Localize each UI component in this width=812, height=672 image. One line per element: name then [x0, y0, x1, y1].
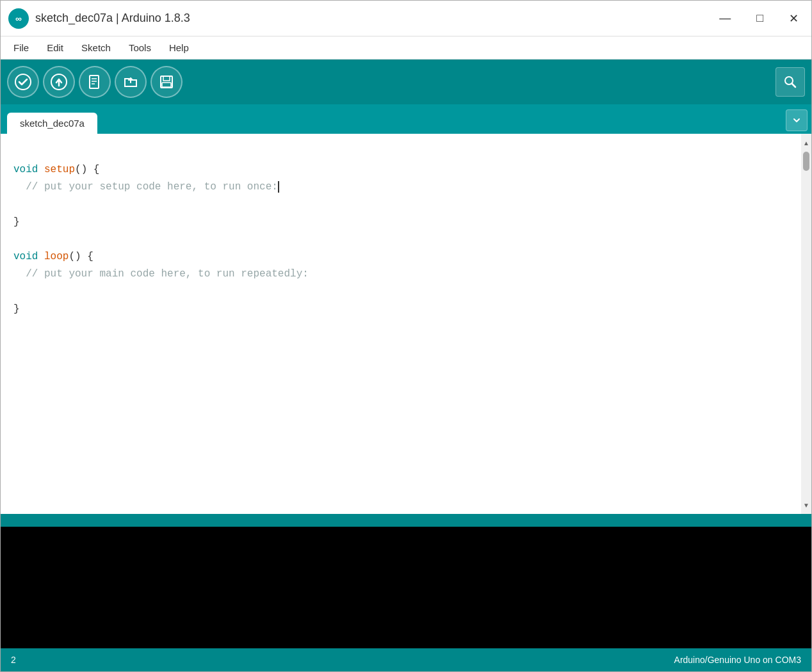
checkmark-icon — [15, 74, 31, 90]
tab-sketch[interactable]: sketch_dec07a — [7, 113, 97, 134]
verify-button[interactable] — [7, 66, 39, 98]
menu-tools[interactable]: Tools — [121, 40, 159, 56]
minimize-button[interactable]: — — [714, 9, 736, 28]
save-icon — [158, 74, 175, 90]
status-bar: 2 Arduino/Genuino Uno on COM3 — [1, 648, 811, 671]
blank-line-2 — [13, 234, 20, 245]
upload-button[interactable] — [43, 66, 75, 98]
keyword-void-setup: void — [13, 164, 38, 175]
svg-point-0 — [15, 74, 31, 90]
window-controls: — □ ✕ — [714, 9, 804, 28]
blank-line-3 — [13, 286, 20, 298]
code-editor[interactable]: void setup() { // put your setup code he… — [1, 134, 801, 514]
editor-area: void setup() { // put your setup code he… — [1, 134, 811, 514]
close-button[interactable]: ✕ — [784, 9, 804, 28]
new-button[interactable] — [79, 66, 111, 98]
menu-edit[interactable]: Edit — [39, 40, 71, 56]
brace-close-loop: } — [13, 303, 20, 315]
console-bar — [1, 514, 811, 527]
open-icon — [122, 74, 139, 90]
open-button[interactable] — [115, 66, 147, 98]
brace-close-setup: } — [13, 216, 20, 228]
window-title: sketch_dec07a | Arduino 1.8.3 — [35, 12, 190, 25]
svg-line-11 — [792, 84, 796, 88]
comment-loop: // put your main code here, to run repea… — [26, 268, 309, 280]
new-icon — [86, 74, 103, 90]
title-bar-left: ∞ sketch_dec07a | Arduino 1.8.3 — [8, 8, 190, 29]
tab-dropdown-button[interactable] — [786, 109, 808, 131]
toolbar — [1, 60, 811, 104]
menu-bar: File Edit Sketch Tools Help — [1, 36, 811, 60]
upload-icon — [51, 74, 67, 90]
comment-setup: // put your setup code here, to run once… — [26, 181, 278, 193]
save-button[interactable] — [150, 66, 183, 98]
arduino-logo: ∞ — [8, 8, 29, 29]
title-bar: ∞ sketch_dec07a | Arduino 1.8.3 — □ ✕ — [1, 1, 811, 36]
blank-line-1 — [13, 199, 20, 211]
menu-file[interactable]: File — [6, 40, 37, 56]
chevron-down-icon — [792, 116, 801, 125]
search-icon — [783, 75, 797, 89]
menu-help[interactable]: Help — [161, 40, 197, 56]
logo-symbol: ∞ — [15, 13, 22, 24]
svg-rect-8 — [163, 76, 170, 81]
console-area — [1, 527, 811, 648]
line-number: 2 — [11, 655, 16, 665]
scroll-track — [801, 173, 811, 499]
main-window: ∞ sketch_dec07a | Arduino 1.8.3 — □ ✕ Fi… — [0, 0, 812, 672]
scrollbar-vertical[interactable]: ▲ ▼ — [801, 134, 811, 514]
keyword-void-loop: void — [13, 251, 38, 262]
search-button[interactable] — [775, 67, 805, 97]
maximize-button[interactable]: □ — [751, 9, 768, 28]
keyword-loop: loop — [44, 251, 69, 262]
svg-rect-9 — [162, 83, 171, 87]
cursor: ​ — [278, 181, 279, 193]
keyword-setup: setup — [44, 164, 75, 175]
tab-bar: sketch_dec07a — [1, 104, 811, 134]
board-info: Arduino/Genuino Uno on COM3 — [674, 655, 801, 665]
scroll-down-arrow[interactable]: ▼ — [801, 499, 811, 511]
menu-sketch[interactable]: Sketch — [74, 40, 118, 56]
scroll-thumb[interactable] — [803, 152, 809, 171]
svg-rect-3 — [90, 76, 99, 88]
scroll-up-arrow[interactable]: ▲ — [801, 136, 811, 149]
